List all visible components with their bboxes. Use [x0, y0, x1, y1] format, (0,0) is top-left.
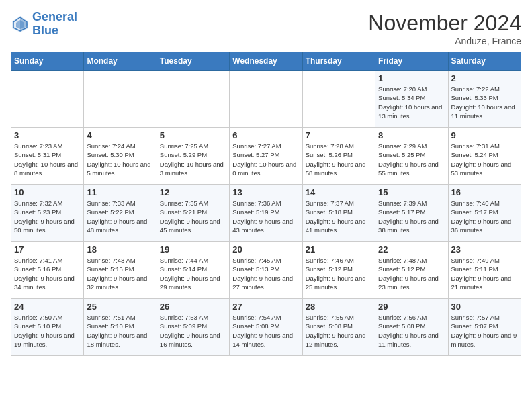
day-info: Sunrise: 7:53 AMSunset: 5:09 PMDaylight:…: [160, 313, 226, 349]
day-info: Sunrise: 7:22 AMSunset: 5:33 PMDaylight:…: [451, 85, 518, 120]
calendar-cell: [302, 71, 375, 128]
calendar-cell: 24Sunrise: 7:50 AMSunset: 5:10 PMDayligh…: [11, 299, 84, 356]
calendar-table: SundayMondayTuesdayWednesdayThursdayFrid…: [11, 52, 521, 356]
day-number: 22: [378, 244, 445, 255]
day-number: 10: [14, 187, 81, 197]
header-day: Wednesday: [230, 52, 302, 71]
calendar-cell: [230, 71, 302, 128]
calendar-cell: 15Sunrise: 7:39 AMSunset: 5:17 PMDayligh…: [375, 185, 448, 242]
calendar-week: 17Sunrise: 7:41 AMSunset: 5:16 PMDayligh…: [11, 242, 521, 299]
day-info: Sunrise: 7:51 AMSunset: 5:10 PMDaylight:…: [87, 313, 153, 349]
day-info: Sunrise: 7:49 AMSunset: 5:11 PMDaylight:…: [451, 256, 518, 291]
header-row: SundayMondayTuesdayWednesdayThursdayFrid…: [11, 52, 521, 71]
day-info: Sunrise: 7:57 AMSunset: 5:07 PMDaylight:…: [451, 313, 518, 349]
calendar-cell: 27Sunrise: 7:54 AMSunset: 5:08 PMDayligh…: [230, 299, 302, 356]
day-number: 12: [160, 187, 226, 197]
page-header: General Blue November 2024 Anduze, Franc…: [11, 11, 521, 46]
day-info: Sunrise: 7:28 AMSunset: 5:26 PMDaylight:…: [306, 142, 372, 177]
day-number: 14: [306, 187, 372, 197]
day-number: 25: [87, 302, 153, 312]
day-info: Sunrise: 7:33 AMSunset: 5:22 PMDaylight:…: [87, 199, 153, 234]
calendar-cell: 13Sunrise: 7:36 AMSunset: 5:19 PMDayligh…: [230, 185, 302, 242]
day-info: Sunrise: 7:45 AMSunset: 5:13 PMDaylight:…: [232, 256, 299, 291]
day-info: Sunrise: 7:31 AMSunset: 5:24 PMDaylight:…: [451, 142, 518, 177]
day-info: Sunrise: 7:36 AMSunset: 5:19 PMDaylight:…: [232, 199, 299, 234]
day-number: 20: [232, 244, 299, 255]
calendar-cell: 2Sunrise: 7:22 AMSunset: 5:33 PMDaylight…: [448, 71, 521, 128]
logo: General Blue: [11, 11, 77, 38]
calendar-cell: 5Sunrise: 7:25 AMSunset: 5:29 PMDaylight…: [157, 128, 229, 185]
header-day: Monday: [84, 52, 157, 71]
calendar-week: 3Sunrise: 7:23 AMSunset: 5:31 PMDaylight…: [11, 128, 521, 185]
day-info: Sunrise: 7:41 AMSunset: 5:16 PMDaylight:…: [14, 256, 81, 291]
header-day: Friday: [375, 52, 448, 71]
calendar-cell: 19Sunrise: 7:44 AMSunset: 5:14 PMDayligh…: [157, 242, 229, 299]
day-info: Sunrise: 7:23 AMSunset: 5:31 PMDaylight:…: [14, 142, 81, 177]
calendar-cell: 3Sunrise: 7:23 AMSunset: 5:31 PMDaylight…: [11, 128, 84, 185]
calendar-cell: [157, 71, 229, 128]
day-number: 4: [87, 130, 153, 140]
day-number: 11: [87, 187, 153, 197]
day-info: Sunrise: 7:50 AMSunset: 5:10 PMDaylight:…: [14, 313, 81, 349]
day-info: Sunrise: 7:44 AMSunset: 5:14 PMDaylight:…: [160, 256, 226, 291]
day-number: 5: [160, 130, 226, 140]
day-number: 7: [306, 130, 372, 140]
calendar-cell: 14Sunrise: 7:37 AMSunset: 5:18 PMDayligh…: [302, 185, 375, 242]
calendar-cell: 1Sunrise: 7:20 AMSunset: 5:34 PMDaylight…: [375, 71, 448, 128]
calendar-cell: 12Sunrise: 7:35 AMSunset: 5:21 PMDayligh…: [157, 185, 229, 242]
calendar-cell: 26Sunrise: 7:53 AMSunset: 5:09 PMDayligh…: [157, 299, 229, 356]
day-info: Sunrise: 7:37 AMSunset: 5:18 PMDaylight:…: [306, 199, 372, 234]
day-number: 19: [160, 244, 226, 255]
header-day: Thursday: [302, 52, 375, 71]
header-day: Saturday: [448, 52, 521, 71]
day-number: 30: [451, 302, 518, 312]
day-number: 17: [14, 244, 81, 255]
day-number: 1: [378, 73, 445, 83]
logo-icon: [11, 15, 30, 34]
calendar-week: 10Sunrise: 7:32 AMSunset: 5:23 PMDayligh…: [11, 185, 521, 242]
calendar-cell: 21Sunrise: 7:46 AMSunset: 5:12 PMDayligh…: [302, 242, 375, 299]
day-info: Sunrise: 7:20 AMSunset: 5:34 PMDaylight:…: [378, 85, 445, 120]
day-number: 18: [87, 244, 153, 255]
day-number: 6: [232, 130, 299, 140]
calendar-cell: 30Sunrise: 7:57 AMSunset: 5:07 PMDayligh…: [448, 299, 521, 356]
day-info: Sunrise: 7:32 AMSunset: 5:23 PMDaylight:…: [14, 199, 81, 234]
day-info: Sunrise: 7:40 AMSunset: 5:17 PMDaylight:…: [451, 199, 518, 234]
day-info: Sunrise: 7:55 AMSunset: 5:08 PMDaylight:…: [306, 313, 372, 349]
day-number: 2: [451, 73, 518, 83]
calendar-cell: 9Sunrise: 7:31 AMSunset: 5:24 PMDaylight…: [448, 128, 521, 185]
day-number: 26: [160, 302, 226, 312]
calendar-cell: 16Sunrise: 7:40 AMSunset: 5:17 PMDayligh…: [448, 185, 521, 242]
calendar-cell: 17Sunrise: 7:41 AMSunset: 5:16 PMDayligh…: [11, 242, 84, 299]
month-title: November 2024: [368, 11, 521, 36]
calendar-cell: 10Sunrise: 7:32 AMSunset: 5:23 PMDayligh…: [11, 185, 84, 242]
calendar-cell: 8Sunrise: 7:29 AMSunset: 5:25 PMDaylight…: [375, 128, 448, 185]
calendar-cell: 11Sunrise: 7:33 AMSunset: 5:22 PMDayligh…: [84, 185, 157, 242]
calendar-cell: 23Sunrise: 7:49 AMSunset: 5:11 PMDayligh…: [448, 242, 521, 299]
day-number: 29: [378, 302, 445, 312]
header-day: Tuesday: [157, 52, 229, 71]
calendar-cell: 22Sunrise: 7:48 AMSunset: 5:12 PMDayligh…: [375, 242, 448, 299]
day-info: Sunrise: 7:24 AMSunset: 5:30 PMDaylight:…: [87, 142, 153, 177]
day-number: 27: [232, 302, 299, 312]
day-number: 28: [306, 302, 372, 312]
day-info: Sunrise: 7:27 AMSunset: 5:27 PMDaylight:…: [232, 142, 299, 177]
day-info: Sunrise: 7:39 AMSunset: 5:17 PMDaylight:…: [378, 199, 445, 234]
title-block: November 2024 Anduze, France: [368, 11, 521, 46]
calendar-week: 1Sunrise: 7:20 AMSunset: 5:34 PMDaylight…: [11, 71, 521, 128]
calendar-cell: 29Sunrise: 7:56 AMSunset: 5:08 PMDayligh…: [375, 299, 448, 356]
calendar-cell: 20Sunrise: 7:45 AMSunset: 5:13 PMDayligh…: [230, 242, 302, 299]
day-number: 9: [451, 130, 518, 140]
logo-general: General: [32, 10, 77, 24]
day-info: Sunrise: 7:35 AMSunset: 5:21 PMDaylight:…: [160, 199, 226, 234]
day-number: 3: [14, 130, 81, 140]
day-number: 23: [451, 244, 518, 255]
calendar-cell: 7Sunrise: 7:28 AMSunset: 5:26 PMDaylight…: [302, 128, 375, 185]
calendar-cell: 25Sunrise: 7:51 AMSunset: 5:10 PMDayligh…: [84, 299, 157, 356]
calendar-cell: 28Sunrise: 7:55 AMSunset: 5:08 PMDayligh…: [302, 299, 375, 356]
calendar-cell: [84, 71, 157, 128]
day-number: 21: [306, 244, 372, 255]
location: Anduze, France: [368, 36, 521, 46]
calendar-cell: 6Sunrise: 7:27 AMSunset: 5:27 PMDaylight…: [230, 128, 302, 185]
day-number: 13: [232, 187, 299, 197]
